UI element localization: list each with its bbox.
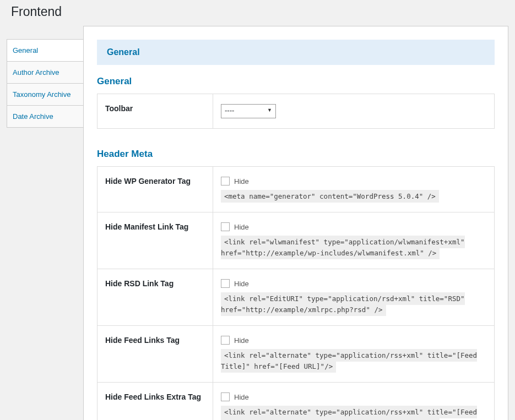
- code-snippet: <meta name="generator" content="WordPres…: [221, 190, 439, 203]
- checkbox-wrap: Hide: [221, 279, 486, 288]
- row-toolbar-label: Toolbar: [97, 94, 213, 129]
- row-hide-feed-links: Hide Feed Links Tag Hide <link rel="alte…: [97, 326, 495, 383]
- row-label: Hide Feed Links Tag: [97, 326, 213, 383]
- sidebar-item-author-archive[interactable]: Author Archive: [7, 62, 84, 84]
- page-title: Frontend: [0, 0, 515, 26]
- checkbox-label: Hide: [234, 336, 249, 345]
- code-snippet: <link rel="wlwmanifest" type="applicatio…: [221, 236, 465, 259]
- checkbox-label: Hide: [234, 223, 249, 231]
- section-title-header-meta: Header Meta: [97, 149, 495, 160]
- sidebar: General Author Archive Taxonomy Archive …: [7, 39, 84, 420]
- checkbox-wrap: Hide: [221, 336, 486, 345]
- row-toolbar: Toolbar ----: [97, 94, 495, 129]
- checkbox-hide-rsd[interactable]: [221, 279, 230, 288]
- toolbar-select[interactable]: ----: [221, 104, 276, 118]
- row-hide-manifest: Hide Manifest Link Tag Hide <link rel="w…: [97, 212, 495, 269]
- main-wrap: General Author Archive Taxonomy Archive …: [0, 26, 515, 420]
- checkbox-hide-feed-links[interactable]: [221, 336, 230, 345]
- sidebar-item-date-archive[interactable]: Date Archive: [7, 106, 84, 128]
- checkbox-label: Hide: [234, 177, 249, 186]
- checkbox-wrap: Hide: [221, 392, 486, 401]
- checkbox-label: Hide: [234, 393, 249, 401]
- row-label: Hide WP Generator Tag: [97, 167, 213, 212]
- sidebar-item-general[interactable]: General: [7, 39, 84, 62]
- section-title-general: General: [97, 76, 495, 87]
- checkbox-wrap: Hide: [221, 222, 486, 231]
- sidebar-item-taxonomy-archive[interactable]: Taxonomy Archive: [7, 84, 84, 106]
- row-hide-feed-links-extra: Hide Feed Links Extra Tag Hide <link rel…: [97, 383, 495, 421]
- content-panel: General General Toolbar ---- Header Meta…: [83, 26, 508, 420]
- code-snippet: <link rel="EditURI" type="application/rs…: [221, 292, 465, 316]
- checkbox-hide-manifest[interactable]: [221, 222, 230, 231]
- header-bar: General: [97, 40, 495, 65]
- checkbox-hide-feed-links-extra[interactable]: [221, 392, 230, 401]
- header-bar-title: General: [107, 47, 140, 57]
- row-label: Hide RSD Link Tag: [97, 269, 213, 326]
- checkbox-hide-wp-generator[interactable]: [221, 177, 230, 186]
- code-snippet: <link rel="alternate" type="application/…: [221, 406, 477, 420]
- row-label: Hide Feed Links Extra Tag: [97, 383, 213, 421]
- general-table: Toolbar ----: [97, 94, 495, 129]
- row-label: Hide Manifest Link Tag: [97, 212, 213, 269]
- checkbox-label: Hide: [234, 280, 249, 288]
- checkbox-wrap: Hide: [221, 177, 486, 186]
- header-meta-table: Hide WP Generator Tag Hide <meta name="g…: [97, 166, 495, 420]
- row-hide-wp-generator: Hide WP Generator Tag Hide <meta name="g…: [97, 167, 495, 212]
- code-snippet: <link rel="alternate" type="application/…: [221, 349, 477, 373]
- row-hide-rsd: Hide RSD Link Tag Hide <link rel="EditUR…: [97, 269, 495, 326]
